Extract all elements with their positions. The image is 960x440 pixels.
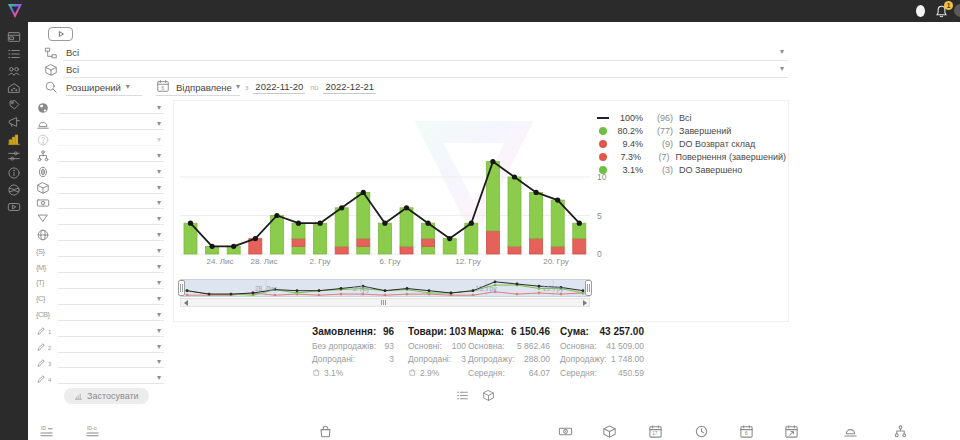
filter-dropdown-pencil3[interactable]: 3▾: [36, 355, 164, 369]
fingerprint-icon: [36, 165, 50, 179]
chart-scrollbar[interactable]: [180, 298, 590, 307]
svg-text:6: 6: [161, 86, 164, 91]
sidebar-item-info[interactable]: [0, 164, 28, 181]
play-button[interactable]: [48, 27, 73, 41]
profile-icon[interactable]: [954, 4, 960, 17]
stat-sub-label: Основна:: [560, 341, 597, 351]
filter-dropdown-globe-wire[interactable]: ▾: [36, 228, 164, 242]
x-tick-label: 20. Гру: [543, 257, 569, 266]
legend-item[interactable]: 80.2%(77)Завершений: [596, 124, 786, 137]
filter-dropdown-c[interactable]: {C}▾: [36, 292, 164, 306]
navigator-right-handle[interactable]: [585, 280, 592, 296]
filter-dropdown-fingerprint[interactable]: ▾: [36, 165, 164, 179]
avatar-icon[interactable]: [916, 5, 925, 17]
filter-dropdown-earth[interactable]: ▾: [36, 101, 164, 115]
scroll-right-button[interactable]: [580, 299, 589, 306]
calendar-6-icon: 6: [739, 424, 754, 439]
legend-item[interactable]: 100%(96)Всі: [596, 111, 786, 124]
chart-navigator[interactable]: 28. Лис5. Гру13. Гру19. Гру: [180, 279, 590, 297]
search-mode-label: Розширений: [66, 82, 121, 93]
ruler-icon: [36, 117, 50, 131]
x-axis-ticks: 24. Лис28. Лис2. Гру6. Гру12. Гру20. Гру: [180, 257, 590, 269]
view-toggle-package[interactable]: [482, 388, 495, 406]
product-filter-dropdown[interactable]: Всі▾: [44, 61, 788, 78]
navigator-mini-chart: [181, 280, 589, 296]
stat-sub-value: 3: [389, 354, 394, 364]
legend-item[interactable]: 7.3%(7)Повернення (завершений): [596, 150, 786, 163]
banknote-icon: [36, 196, 50, 210]
sidebar-item-dashboard[interactable]: [0, 28, 28, 45]
footer-sitemap-button[interactable]: [893, 424, 908, 440]
braces-icon: {C}: [36, 294, 52, 303]
chart-icon: [74, 392, 83, 401]
status-filter-dropdown[interactable]: Всі▾: [44, 44, 788, 61]
footer-clock-button[interactable]: [694, 424, 709, 440]
stat-sub-value: 450.59: [618, 368, 644, 378]
stat-sub-value: 5 862.46: [517, 341, 550, 351]
filter-dropdown-pencil1[interactable]: 1▾: [36, 324, 164, 338]
stat-column: Сума:43 257.00Основна:41 509.00Допродажу…: [560, 326, 644, 378]
filter-dropdown-help[interactable]: ▾: [36, 133, 164, 147]
pencil-2-icon: 2: [36, 341, 52, 352]
sidebar-item-globe[interactable]: [0, 181, 28, 198]
banknote-icon: [558, 424, 573, 439]
search-mode-dropdown[interactable]: Розширений ▾: [66, 79, 142, 96]
footer-bag-button[interactable]: [318, 424, 333, 440]
date-field-dropdown[interactable]: 6 Відправлене ▾: [156, 79, 240, 96]
search-icon[interactable]: [44, 80, 58, 96]
footer-id-lines-button[interactable]: ID: [40, 424, 55, 440]
filter-dropdown-t[interactable]: {T}▾: [36, 276, 164, 290]
sidebar-item-orders-list[interactable]: [0, 45, 28, 62]
navigator-left-handle[interactable]: [178, 280, 185, 296]
legend-item[interactable]: 3.1%(3)DO Завершено: [596, 163, 786, 176]
filter-dropdown-pencil4[interactable]: 4▾: [36, 371, 164, 385]
id-o-icon: ID-o: [86, 424, 101, 439]
chart-card: 24. Лис28. Лис2. Гру6. Гру12. Гру20. Гру…: [173, 100, 789, 322]
view-toggle-orders-list[interactable]: [456, 388, 469, 406]
footer-toolbar: IDID-o176: [0, 424, 960, 440]
sidebar-item-analytics[interactable]: [0, 130, 28, 147]
footer-calendar-17-button[interactable]: 17: [648, 424, 663, 440]
footer-calendar-arrow-button[interactable]: [784, 424, 799, 440]
sidebar-item-price-tag[interactable]: [0, 96, 28, 113]
filter-dropdown-cb[interactable]: {CB}▾: [36, 308, 164, 322]
legend-item[interactable]: 9.4%(9)DO Возврат склад: [596, 137, 786, 150]
globe-wire-icon: [36, 228, 50, 242]
stat-sub-label: Основні:: [408, 341, 442, 351]
x-tick-label: 24. Лис: [206, 257, 233, 266]
sidebar-item-sliders[interactable]: [0, 147, 28, 164]
analytics-icon: [7, 132, 21, 146]
stat-sub-value: 1 748.00: [611, 354, 644, 364]
scrollbar-grip[interactable]: [381, 300, 386, 305]
sidebar-item-video[interactable]: [0, 198, 28, 215]
price-tag-icon: [7, 98, 21, 112]
filter-dropdown-package[interactable]: ▾: [36, 181, 164, 195]
filter-dropdown-funnel[interactable]: ▾: [36, 212, 164, 226]
app-logo-icon[interactable]: [5, 2, 25, 20]
footer-calendar-6-button[interactable]: 6: [739, 424, 754, 440]
stat-title: Товари:: [408, 326, 447, 337]
funnel-icon: [36, 212, 50, 226]
sidebar-item-customers[interactable]: [0, 62, 28, 79]
filter-dropdown-m[interactable]: {M}▾: [36, 260, 164, 274]
filter-dropdown-sitemap[interactable]: ▾: [36, 149, 164, 163]
date-from-input[interactable]: 2022-11-20: [253, 81, 305, 94]
sidebar-item-warehouse[interactable]: [0, 79, 28, 96]
sidebar-item-megaphone[interactable]: [0, 113, 28, 130]
help-icon: [36, 133, 50, 147]
braces-icon: {M}: [36, 263, 52, 272]
filter-dropdown-ruler[interactable]: ▾: [36, 117, 164, 131]
filter-dropdown-banknote[interactable]: ▾: [36, 196, 164, 210]
pencil-1-icon: 1: [36, 325, 52, 336]
filter-dropdown-pencil2[interactable]: 2▾: [36, 340, 164, 354]
footer-id-o-button[interactable]: ID-o: [86, 424, 101, 440]
footer-banknote-button[interactable]: [558, 424, 573, 440]
apply-button[interactable]: Застосувати: [64, 388, 149, 404]
apply-button-label: Застосувати: [87, 391, 139, 401]
y-tick-label: 0: [597, 249, 602, 259]
footer-ruler-button[interactable]: [843, 424, 858, 440]
footer-package-button[interactable]: [602, 424, 617, 440]
date-to-input[interactable]: 2022-12-21: [323, 81, 376, 94]
scroll-left-button[interactable]: [181, 299, 190, 306]
filter-dropdown-s[interactable]: {S}▾: [36, 244, 164, 258]
